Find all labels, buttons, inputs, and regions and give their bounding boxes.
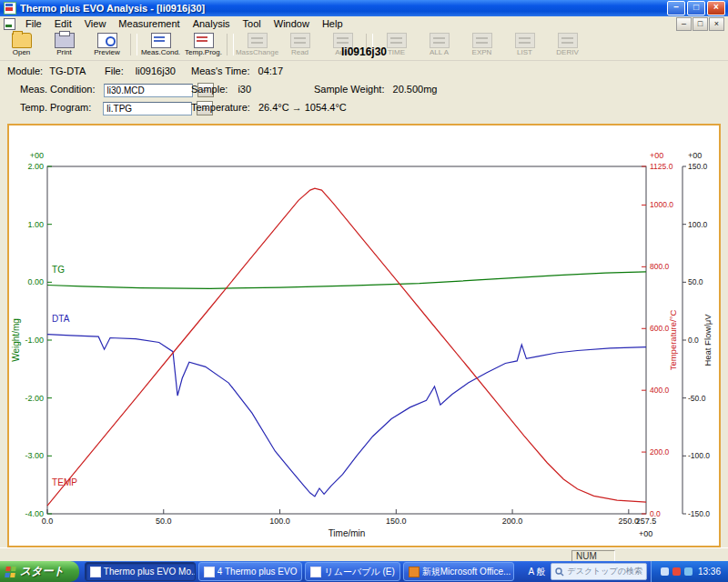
temperature-tick-label: 200.0 [650, 447, 670, 457]
heatflow-tick-label: 150.0 [688, 162, 708, 171]
weight-axis-title: Weight/mg [11, 318, 21, 362]
info-panel: Module: TG-DTA File: li0916j30 Meas's Ti… [0, 60, 728, 118]
x-exponent-label: +00 [639, 529, 652, 538]
menu-help[interactable]: Help [316, 17, 349, 30]
temperature-value: 26.4°C → 1054.4°C [258, 102, 347, 113]
weight-tick-label: -3.00 [25, 451, 44, 460]
menu-view[interactable]: View [78, 17, 113, 30]
taskbar-item-icon [204, 567, 215, 577]
meas-time-label: Meas's Time: [191, 65, 249, 76]
temperature-tick-label: 600.0 [650, 324, 670, 333]
start-button[interactable]: スタート [0, 561, 79, 582]
menu-measurement[interactable]: Measurement [112, 17, 186, 30]
app-icon [4, 2, 16, 15]
weight-tick-label: 1.00 [27, 220, 44, 229]
close-button[interactable]: × [707, 1, 725, 15]
ime-indicator[interactable]: A 般 [523, 566, 551, 578]
file-value: li0916j30 [136, 65, 176, 76]
meas-cond-field[interactable]: li30.MCD [104, 84, 193, 97]
status-bar: NUM [0, 547, 728, 562]
meas-cond-label: Meas. Condition: [20, 84, 96, 95]
taskbar-item-label: 4 Thermo plus EVO [217, 567, 298, 577]
clock: 13:36 [698, 567, 721, 577]
temperature-exponent-label: +00 [650, 151, 663, 160]
plot-area[interactable] [47, 166, 646, 514]
taskbar-item-icon [310, 567, 321, 577]
menu-analysis[interactable]: Analysis [187, 17, 237, 30]
file-label: File: [105, 65, 124, 76]
temperature-tick-label: 1125.0 [650, 162, 673, 171]
menu-file[interactable]: File [19, 17, 48, 30]
application-window: Thermo plus EVO Analysis - [li0916j30] –… [0, 0, 728, 582]
start-button-label: スタート [20, 564, 65, 579]
heatflow-tick-label: 100.0 [688, 220, 708, 229]
document-icon [4, 18, 15, 30]
volume-icon[interactable] [661, 567, 669, 576]
sample-value: i30 [238, 84, 251, 95]
mdi-restore-button[interactable]: □ [693, 17, 708, 31]
title-bar: Thermo plus EVO Analysis - [li0916j30] –… [0, 0, 728, 16]
module-value: TG-DTA [49, 65, 86, 76]
system-tray: 13:36 [651, 561, 728, 582]
temperature-tick-label: 0.0 [650, 509, 661, 518]
temperature-label: Temperature: [191, 102, 250, 113]
network-icon[interactable] [684, 567, 693, 576]
heatflow-tick-label: -50.0 [688, 394, 706, 403]
menu-tool[interactable]: Tool [237, 17, 268, 30]
minimize-button[interactable]: – [667, 1, 685, 15]
series-DTA-label: DTA [52, 314, 70, 324]
taskbar-item[interactable]: 新規Microsoft Office... [403, 562, 514, 581]
temp-prog-field[interactable]: li.TPG [103, 102, 192, 115]
heatflow-tick-label: 0.0 [688, 336, 699, 345]
taskbar-item[interactable]: リムーバブル (E) [305, 562, 399, 581]
taskbar-item-label: 新規Microsoft Office... [422, 566, 511, 578]
temperature-axis-title: Temperature/°C [668, 310, 678, 371]
weight-tick-label: -1.00 [25, 336, 44, 345]
heatflow-tick-label: -100.0 [688, 451, 710, 460]
series-TG-label: TG [52, 265, 65, 275]
menu-edit[interactable]: Edit [48, 17, 78, 30]
heatflow-exponent-label: +00 [688, 151, 702, 160]
search-placeholder: デスクトップの検索 [567, 566, 642, 577]
menu-bar: FileEditViewMeasurementAnalysisToolWindo… [0, 16, 728, 32]
x-tick-label: 50.0 [156, 517, 172, 526]
taskbar-item[interactable]: Thermo plus EVO Mo... [85, 562, 196, 581]
weight-tick-label: 2.00 [27, 162, 44, 171]
temperature-tick-label: 400.0 [650, 386, 670, 395]
weight-tick-label: -4.00 [25, 509, 44, 518]
document-title: li0916j30 [0, 45, 728, 58]
taskbar: スタート Thermo plus EVO Mo...4 Thermo plus … [0, 561, 728, 582]
maximize-button[interactable]: □ [687, 1, 705, 15]
mdi-close-button[interactable]: × [709, 17, 724, 31]
security-shield-icon[interactable] [672, 567, 681, 576]
heatflow-tick-label: -150.0 [688, 509, 710, 518]
sample-weight-label: Sample Weight: [314, 84, 384, 95]
sample-label: Sample: [191, 84, 228, 95]
module-label: Module: [7, 65, 43, 76]
x-tick-label: 200.0 [502, 517, 523, 526]
weight-tick-label: -2.00 [25, 394, 44, 403]
series-TEMP-label: TEMP [52, 477, 77, 487]
windows-logo-icon [5, 567, 17, 577]
weight-exponent-label: +00 [30, 151, 44, 160]
taskbar-item-icon [90, 567, 101, 577]
x-axis-title: Time/min [329, 528, 366, 538]
temp-prog-label: Temp. Program: [20, 102, 91, 113]
weight-tick-label: 0.00 [27, 277, 44, 286]
desktop-search-box[interactable]: デスクトップの検索 [551, 563, 646, 580]
x-tick-label: 150.0 [386, 517, 407, 526]
heatflow-axis-title: Heat Flow/μV [703, 314, 713, 366]
menu-window[interactable]: Window [268, 17, 316, 30]
taskbar-item[interactable]: 4 Thermo plus EVO [198, 562, 303, 581]
window-title: Thermo plus EVO Analysis - [li0916j30] [20, 3, 667, 14]
temperature-tick-label: 800.0 [650, 262, 670, 271]
taskbar-item-icon [409, 567, 420, 577]
chart-panel[interactable]: 0.050.0100.0150.0200.0250.0257.5Time/min… [7, 124, 721, 547]
tg-dta-chart[interactable]: 0.050.0100.0150.0200.0250.0257.5Time/min… [9, 125, 715, 542]
meas-time-value: 04:17 [258, 65, 284, 76]
mdi-minimize-button[interactable]: – [676, 17, 692, 31]
x-tick-label: 100.0 [269, 517, 290, 526]
search-icon [555, 567, 564, 577]
taskbar-item-label: Thermo plus EVO Mo... [104, 567, 196, 577]
temperature-tick-label: 1000.0 [650, 200, 673, 209]
